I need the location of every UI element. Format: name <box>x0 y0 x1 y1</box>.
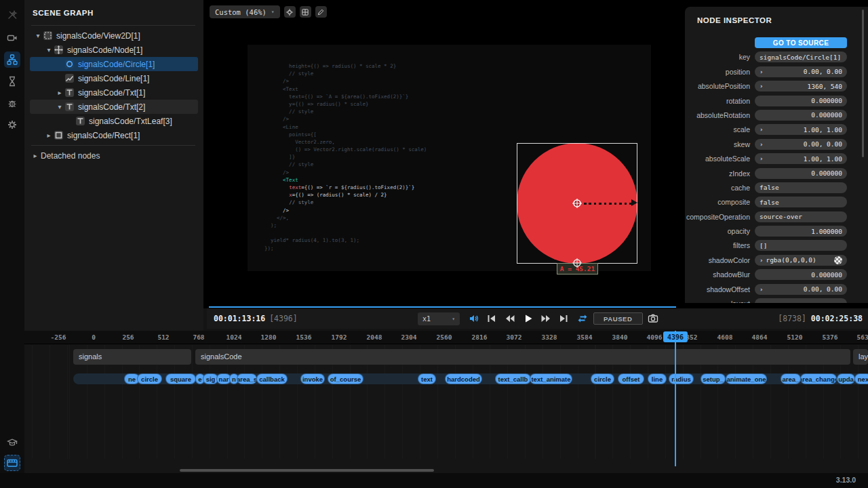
event-pill[interactable]: animate_one <box>726 373 767 384</box>
tree-node[interactable]: signalsCode/Circle[1] <box>30 57 198 71</box>
event-pill[interactable]: setup_ <box>701 373 726 384</box>
zoom-level-select[interactable]: Custom (46%) ▾ <box>210 5 280 18</box>
code-token: /> <box>283 207 289 214</box>
chevron-down-icon[interactable]: ▾ <box>54 103 65 110</box>
property-value-field[interactable]: source-over <box>755 211 847 222</box>
playback-speed-select[interactable]: x1 ▾ <box>418 312 460 325</box>
tree-node[interactable]: ▾signalsCode/Txt[2] <box>30 100 198 114</box>
color-swatch[interactable] <box>834 256 842 264</box>
chevron-right-icon[interactable]: ▸ <box>30 152 41 159</box>
playhead-frame-badge[interactable]: 4396 <box>663 331 688 342</box>
expand-chevron-icon[interactable]: › <box>760 83 763 89</box>
event-pill[interactable]: text_callb <box>495 373 531 384</box>
tree-node[interactable]: signalsCode/TxtLeaf[3] <box>30 114 198 128</box>
property-value-field[interactable]: 0.000000 <box>755 96 847 106</box>
scene-block[interactable]: signalsCode <box>195 349 850 365</box>
scene-graph-rail-button[interactable] <box>4 52 20 68</box>
property-value-field[interactable]: 1.000000 <box>755 226 847 237</box>
property-value-field[interactable]: false <box>755 182 847 193</box>
chevron-down-icon[interactable]: ▾ <box>43 46 54 54</box>
wand-rail-button[interactable] <box>4 7 20 23</box>
crosshair-icon <box>285 8 294 16</box>
expand-chevron-icon[interactable]: › <box>760 286 763 293</box>
tree-node[interactable]: ▸signalsCode/Rect[1] <box>30 128 198 142</box>
inspector-scrollbar[interactable] <box>862 9 864 157</box>
event-pill[interactable]: callback <box>256 373 288 384</box>
property-value-field[interactable]: signalsCode/Circle[1] <box>755 52 847 62</box>
event-pill[interactable]: offset <box>618 373 644 384</box>
property-value-field[interactable]: ›1.00, 1.00 <box>755 124 847 135</box>
expand-chevron-icon[interactable]: › <box>760 155 763 162</box>
skip-to-end-button[interactable] <box>558 313 569 324</box>
property-value-field[interactable]: 0.000000 <box>755 110 847 121</box>
event-pill[interactable]: circle <box>137 373 162 384</box>
event-pill[interactable]: invoke <box>300 373 325 384</box>
property-value-field[interactable]: ›1360, 540 <box>755 81 847 92</box>
expand-chevron-icon[interactable]: › <box>760 141 763 148</box>
videotape-rail-button[interactable] <box>4 455 20 471</box>
scene-block[interactable]: signals <box>73 349 191 365</box>
property-value-field[interactable]: [] <box>755 240 847 251</box>
hourglass-icon <box>7 76 18 87</box>
chevron-down-icon[interactable]: ▾ <box>33 32 43 39</box>
property-value-field[interactable] <box>755 298 847 303</box>
gear-rail-button[interactable] <box>4 117 20 133</box>
volume-button[interactable] <box>469 313 479 324</box>
timeline-tracks[interactable]: signalssignalsCodelaynecirclesquareesign… <box>24 345 868 459</box>
event-pill[interactable]: area_s <box>237 373 257 384</box>
property-value-field[interactable]: ›rgba(0,0,0,0) <box>755 255 847 266</box>
event-pill[interactable]: circle <box>591 373 614 384</box>
color-picker-button[interactable] <box>315 6 327 18</box>
expand-chevron-icon[interactable]: › <box>760 257 763 264</box>
property-value-field[interactable]: ›0.00, 0.00 <box>755 66 847 77</box>
chevron-right-icon[interactable]: ▸ <box>43 131 54 139</box>
inspector-row: shadowColor›rgba(0,0,0,0) <box>685 255 868 266</box>
expand-chevron-icon[interactable]: › <box>760 68 763 75</box>
bug-rail-button[interactable] <box>4 95 20 111</box>
seek-progress[interactable] <box>209 306 676 308</box>
chevron-right-icon[interactable]: ▸ <box>54 89 65 96</box>
playhead-line[interactable] <box>675 331 676 466</box>
event-pill[interactable]: area_change <box>800 373 837 384</box>
event-pill[interactable]: hardcoded <box>445 373 482 384</box>
rewind-button[interactable] <box>505 313 515 324</box>
tree-node[interactable]: ▸signalsCode/Txt[1] <box>30 85 198 100</box>
tree-node[interactable]: signalsCode/Line[1] <box>30 71 198 85</box>
property-value-field[interactable]: ›1.00, 1.00 <box>755 153 847 164</box>
property-value-field[interactable]: 0.000000 <box>755 168 847 179</box>
event-pill[interactable]: line <box>648 373 667 384</box>
event-pill[interactable]: nex <box>854 373 868 384</box>
property-value-field[interactable]: false <box>755 197 847 207</box>
fast-forward-button[interactable] <box>540 313 551 324</box>
graduation-cap-rail-button[interactable] <box>4 434 20 451</box>
property-value-field[interactable]: ›0.00, 0.00 <box>755 284 847 295</box>
detached-nodes-row[interactable]: ▸ Detached nodes <box>30 148 100 163</box>
tree-node[interactable]: ▾signalsCode/View2D[1] <box>30 28 198 43</box>
grid-toggle-button[interactable] <box>300 6 311 18</box>
event-pill[interactable]: area_ <box>781 373 801 384</box>
bottom-anchor-gizmo-icon[interactable] <box>572 258 583 268</box>
loop-button[interactable] <box>577 313 588 324</box>
event-pill[interactable]: upda <box>837 373 855 384</box>
hourglass-rail-button[interactable] <box>4 73 20 89</box>
event-pill[interactable]: radius <box>669 373 694 384</box>
skip-to-start-button[interactable] <box>486 313 497 324</box>
property-value-field[interactable]: 0.000000 <box>755 269 847 280</box>
event-pill[interactable]: text <box>418 373 436 384</box>
screenshot-button[interactable] <box>648 313 658 324</box>
timeline-ruler[interactable]: -256025651276810241280153617922048230425… <box>24 331 868 344</box>
timeline-horizontal-scrollbar[interactable] <box>180 469 434 472</box>
event-pill[interactable]: text_animate <box>530 373 572 384</box>
tree-node[interactable]: ▾signalsCode/Node[1] <box>30 43 198 57</box>
center-anchor-gizmo-icon[interactable] <box>572 198 583 209</box>
video-camera-rail-button[interactable] <box>4 30 20 46</box>
preview-canvas[interactable]: height={() => radius() * scale * 2} // s… <box>248 45 651 271</box>
play-button[interactable] <box>523 313 534 324</box>
go-to-source-button[interactable]: GO TO SOURCE <box>755 37 847 48</box>
event-pill[interactable]: square <box>165 373 196 384</box>
center-view-button[interactable] <box>284 6 296 18</box>
property-value-field[interactable]: ›0.00, 0.00 <box>755 139 847 150</box>
expand-chevron-icon[interactable]: › <box>760 126 763 133</box>
scene-block[interactable]: lay <box>853 349 868 365</box>
event-pill[interactable]: of_course <box>328 373 363 384</box>
